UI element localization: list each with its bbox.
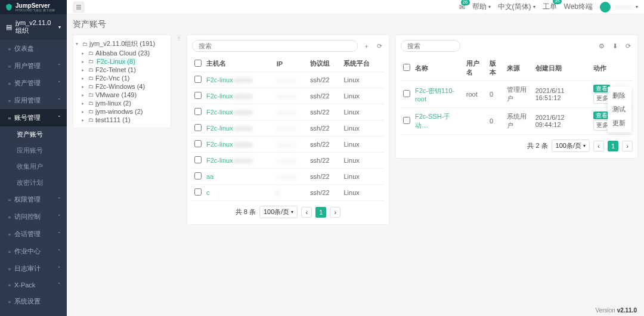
sidebar-item-8[interactable]: ▫作业中心˅ [0,243,67,260]
tree-node-0[interactable]: ▾🗀jym_v2.11.0组织 (191) [76,39,168,49]
sidebar-item-7[interactable]: ▫会话管理˅ [0,225,67,243]
dropdown-item-1[interactable]: 测试 [608,103,631,116]
accounts-col[interactable]: 版本 [487,55,504,81]
accounts-col[interactable]: 来源 [504,55,533,81]
ticket-link[interactable]: 工单 35 [543,2,557,12]
row-checkbox[interactable] [403,90,410,97]
chevron-icon: ▸ [82,67,86,73]
tree-node-3[interactable]: ▸🗀F2c-Telnet (1) [76,66,168,74]
account-user [464,108,487,135]
sidebar-item-1[interactable]: ▫用户管理˅ [0,57,67,75]
dropdown-item-2[interactable]: 更新 [608,116,631,130]
host-link[interactable]: c [206,189,210,196]
hosts-col[interactable]: IP [274,55,308,72]
tree-node-4[interactable]: ▸🗀F2c-Vnc (1) [76,74,168,82]
sidebar-toggle[interactable] [73,1,85,13]
row-checkbox[interactable] [403,117,410,124]
host-link[interactable]: F2c-linuxxxxxxx [206,76,253,83]
sidebar-sub-3[interactable]: 改密计划 [0,175,67,191]
row-checkbox[interactable] [194,92,202,99]
tree-node-7[interactable]: ▸🗀jym-linux (2) [76,99,168,107]
hosts-col[interactable]: 协议组 [308,55,341,72]
hosts-col[interactable]: 系统平台 [341,55,384,72]
row-checkbox[interactable] [194,140,202,147]
hosts-prev-page[interactable]: ‹ [301,207,312,218]
tree-collapse-button[interactable]: ‹ [177,35,181,41]
web-terminal-link[interactable]: Web终端 [564,2,593,12]
sidebar-item-5[interactable]: ▫权限管理˅ [0,191,67,208]
tree-node-2[interactable]: ▸🗀F2c-Linux (8) [76,57,168,66]
sidebar-item-10[interactable]: ▫X-Pack˅ [0,277,67,293]
sidebar-sub-2[interactable]: 收集用户 [0,159,67,175]
refresh-hosts-button[interactable]: ⟳ [374,41,384,51]
row-checkbox[interactable] [194,172,202,179]
tree-node-6[interactable]: ▸🗀VMware (149) [76,91,168,99]
org-selector[interactable]: ▤ jym_v2.11.0组织 ▾ [0,14,67,40]
sidebar-sub-1[interactable]: 应用账号 [0,142,67,159]
host-link[interactable]: F2c-linuxxxxxxx [206,157,253,164]
folder-icon: 🗀 [88,67,94,73]
refresh-accounts-button[interactable]: ⟳ [623,41,633,51]
tree-node-9[interactable]: ▸🗀test1111 (1) [76,116,168,124]
host-link[interactable]: aa [206,173,213,180]
table-row: F2c-linuxxxxxxx———ssh/22Linux [192,120,384,137]
host-platform: Linux [341,104,384,120]
sidebar-item-0[interactable]: ▫仪表盘 [0,40,67,57]
user-menu[interactable]: ———▾ [600,2,638,13]
sidebar-item-2[interactable]: ▫资产管理˅ [0,75,67,92]
sidebar-item-6[interactable]: ▫访问控制˅ [0,208,67,225]
download-button[interactable]: ⬇ [610,41,620,51]
tree-node-8[interactable]: ▸🗀jym-winodws (2) [76,107,168,116]
settings-button[interactable]: ⚙ [597,41,606,51]
account-link[interactable]: F2c-密钥110-root [415,87,454,103]
host-proto: ssh/22 [308,137,341,153]
accounts-col[interactable]: 名称 [413,55,464,81]
host-link[interactable]: F2c-linuxxxxxxx [206,109,253,116]
sidebar-sub-0[interactable]: 资产账号 [0,126,67,142]
host-platform: Linux [341,120,384,137]
sidebar-item-4[interactable]: ▫账号管理˄ [0,109,67,126]
sidebar-item-9[interactable]: ▫日志审计˅ [0,260,67,277]
lang-menu[interactable]: 中文(简体)▾ [498,2,535,12]
sidebar-item-3[interactable]: ▫应用管理˅ [0,92,67,109]
host-platform: Linux [341,88,384,104]
hosts-select-all[interactable] [194,60,202,67]
mail-icon-button[interactable]: ✉ 26 [459,3,465,11]
host-link[interactable]: F2c-linuxxxxxxx [206,92,253,100]
accounts-col[interactable]: 创建日期 [533,55,591,81]
asset-tree: ▾🗀jym_v2.11.0组织 (191)▸🗀Alibaba Cloud (23… [73,35,171,128]
menu-icon: ▫ [8,97,11,104]
host-link[interactable]: F2c-linuxxxxxxx [206,125,253,132]
tree-node-1[interactable]: ▸🗀Alibaba Cloud (23) [76,49,168,57]
help-menu[interactable]: 帮助▾ [472,2,491,12]
hosts-page-1[interactable]: 1 [315,207,326,218]
chevron-icon: ▸ [82,84,86,89]
row-checkbox[interactable] [194,108,202,115]
hosts-next-page[interactable]: › [330,207,340,218]
tree-node-5[interactable]: ▸🗀F2c-Windows (4) [76,82,168,91]
accounts-col[interactable]: 用户名 [464,55,487,81]
accounts-page-size[interactable]: 100条/页▾ [552,140,590,152]
accounts-select-all[interactable] [403,64,410,71]
dropdown-item-0[interactable]: 删除 [608,89,631,103]
host-link[interactable]: F2c-linuxxxxxxx [206,141,253,148]
hosts-col[interactable]: 主机名 [204,55,274,72]
accounts-prev-page[interactable]: ‹ [593,141,604,151]
host-ip: ——— [277,125,296,132]
row-checkbox[interactable] [194,124,202,131]
accounts-page-1[interactable]: 1 [608,141,618,151]
hosts-page-size[interactable]: 100条/页▾ [259,206,298,218]
header: ✉ 26 帮助▾ 中文(简体)▾ 工单 35 Web终端 ———▾ [0,0,644,14]
accounts-next-page[interactable]: › [622,141,633,151]
account-link[interactable]: F2c-SSH-手动… [415,113,450,129]
sidebar-item-11[interactable]: ▫系统设置 [0,293,67,310]
row-checkbox[interactable] [194,188,202,196]
add-host-button[interactable]: ＋ [361,41,371,51]
accounts-col[interactable]: 动作 [591,55,633,81]
hosts-search-input[interactable] [192,40,358,52]
chevron-icon: ▸ [82,59,86,64]
accounts-search-input[interactable] [401,40,460,52]
row-checkbox[interactable] [194,76,202,83]
host-proto: ssh/22 [308,120,341,137]
row-checkbox[interactable] [194,156,202,163]
